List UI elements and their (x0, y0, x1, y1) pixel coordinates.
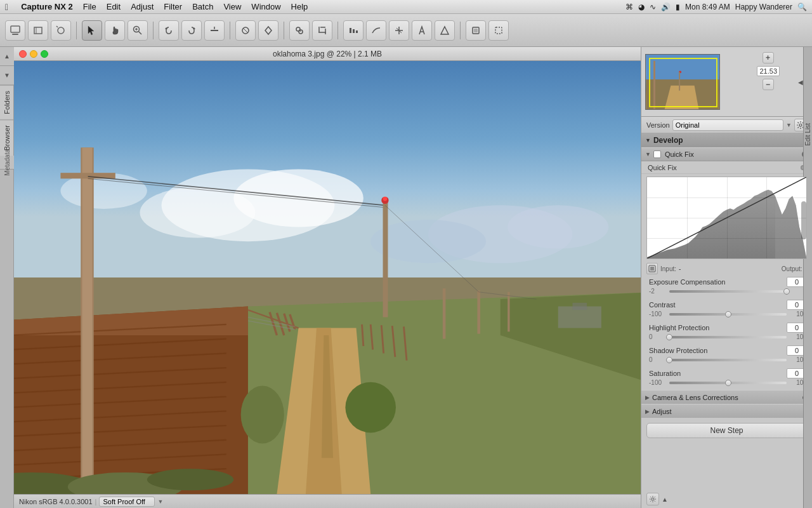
close-button[interactable] (19, 50, 27, 58)
crop-tool[interactable] (312, 20, 332, 41)
quick-fix-header[interactable]: ▼ Quick Fix (641, 147, 812, 161)
folders-label: Folders (3, 91, 11, 114)
wifi-icon: ⌘ (625, 3, 633, 11)
camera-lens-row[interactable]: ▶ Camera & Lens Corrections ⊕ (641, 390, 812, 404)
exposure-track[interactable] (669, 290, 787, 293)
exposure-thumb[interactable] (783, 288, 790, 295)
burn-tool[interactable] (412, 20, 432, 41)
levels-tool[interactable] (343, 20, 363, 41)
menu-bar:  Capture NX 2 File Edit Adjust Filter B… (0, 0, 812, 14)
window-chrome: oklahoma 3.jpg @ 22% | 2.1 MB (14, 47, 641, 61)
exposure-slider-section: Exposure Compensation 0 -2 2 (641, 276, 812, 298)
saturation-slider-section: Saturation 0 -100 100 (641, 367, 812, 390)
rotate-ccw-tool[interactable] (159, 20, 179, 41)
saturation-label-row: Saturation 0 (649, 368, 807, 378)
adjust-triangle: ▶ (645, 408, 650, 415)
histogram-scrollbar[interactable] (801, 201, 806, 239)
zoom-tool[interactable] (128, 20, 148, 41)
svg-point-33 (140, 187, 255, 238)
color-picker-tool[interactable] (258, 20, 278, 41)
svg-point-81 (147, 469, 233, 490)
nav-down-arrow[interactable]: ▼ (0, 66, 14, 85)
sharpen-tool[interactable] (435, 20, 455, 41)
highlight-thumb[interactable] (666, 334, 672, 340)
input-label: Input: (660, 265, 676, 272)
io-row: Input: - Output: - (641, 262, 812, 276)
svg-marker-3 (88, 26, 94, 35)
user-name: Happy Wanderer (735, 3, 792, 11)
bottom-toolbar: ▲ (646, 493, 668, 505)
zoom-out-btn[interactable]: − (763, 79, 774, 90)
select-tool-arrow[interactable] (82, 20, 102, 41)
version-select[interactable]: Original (672, 119, 783, 131)
paint-tool[interactable] (235, 20, 256, 41)
image-canvas[interactable] (14, 61, 641, 494)
histogram[interactable] (646, 177, 807, 259)
zoom-in-btn[interactable]: + (763, 52, 774, 64)
quick-fix-label-row: Quick Fix (641, 161, 812, 174)
curves-tool[interactable] (366, 20, 386, 41)
svg-rect-73 (477, 290, 480, 333)
svg-point-71 (383, 197, 388, 201)
shadow-label-row: Shadow Protection 0 (649, 345, 807, 356)
rotate-cw-tool[interactable] (181, 20, 202, 41)
apple-menu[interactable]:  (5, 2, 8, 12)
menu-edit[interactable]: Edit (102, 1, 126, 13)
develop-title: Develop (653, 136, 683, 145)
select-tool-hand[interactable] (105, 20, 125, 41)
minimize-button[interactable] (30, 50, 37, 58)
menu-batch[interactable]: Batch (187, 1, 218, 13)
svg-rect-29 (495, 27, 502, 34)
traffic-lights (19, 50, 48, 58)
sidebar-tab-folders[interactable]: Folders (0, 85, 13, 119)
overlay-tool[interactable] (466, 20, 486, 41)
search-icon[interactable]: 🔍 (797, 3, 807, 11)
birds-eye-expand[interactable]: ◀ (798, 78, 803, 85)
contrast-label-row: Contrast 0 (649, 300, 807, 310)
edit-list-tab[interactable]: Edit List (803, 47, 812, 508)
quick-fix-checkbox[interactable] (653, 150, 661, 158)
svg-rect-0 (11, 26, 20, 32)
menu-file[interactable]: File (78, 1, 102, 13)
shadow-slider-section: Shadow Protection 0 0 100 (641, 344, 812, 367)
left-sidebar: ▲ ▼ Folders Browser Metadata (0, 47, 14, 508)
exposure-label-row: Exposure Compensation 0 (649, 277, 807, 287)
adjust-row[interactable]: ▶ Adjust (641, 404, 812, 418)
menu-adjust[interactable]: Adjust (126, 1, 159, 13)
quick-fix-triangle: ▼ (645, 151, 651, 157)
menu-help[interactable]: Help (286, 1, 313, 13)
soft-proof-select[interactable]: Soft Proof Off (99, 497, 155, 507)
contrast-thumb[interactable] (725, 311, 731, 318)
develop-section-header[interactable]: ▼ Develop (641, 133, 812, 147)
photo-image (14, 61, 641, 494)
move-tool[interactable] (488, 20, 509, 41)
saturation-thumb[interactable] (725, 380, 731, 386)
browser-label: Browser (3, 125, 11, 150)
menu-window[interactable]: Window (246, 1, 285, 13)
dodge-tool[interactable] (389, 20, 409, 41)
svg-rect-21 (356, 30, 358, 33)
shadow-track[interactable] (669, 359, 787, 361)
nav-up-arrow[interactable]: ▲ (0, 47, 14, 66)
camera-lens-label: Camera & Lens Corrections (652, 394, 738, 401)
contrast-track[interactable] (669, 313, 787, 316)
toolbar-btn-2[interactable] (28, 20, 48, 41)
clone-tool[interactable] (289, 20, 310, 41)
menu-view[interactable]: View (218, 1, 246, 13)
hist-vgrid-1 (687, 177, 688, 258)
toolbar-btn-3[interactable] (51, 20, 71, 41)
highlight-track[interactable] (669, 336, 787, 338)
svg-rect-94 (679, 72, 680, 90)
new-step-btn[interactable]: New Step (646, 423, 807, 438)
metadata-tab[interactable]: Metadata (0, 156, 14, 170)
toolbar-btn-1[interactable] (5, 20, 25, 41)
menu-filter[interactable]: Filter (159, 1, 187, 13)
curve-edit-btn[interactable] (646, 263, 658, 274)
straighten-tool[interactable] (204, 20, 225, 41)
shadow-thumb[interactable] (666, 357, 672, 363)
develop-triangle: ▼ (645, 137, 651, 144)
maximize-button[interactable] (41, 50, 48, 58)
app-menu-capture[interactable]: Capture NX 2 (16, 1, 78, 13)
saturation-track[interactable] (669, 382, 787, 384)
settings-gear-btn[interactable] (646, 493, 659, 505)
